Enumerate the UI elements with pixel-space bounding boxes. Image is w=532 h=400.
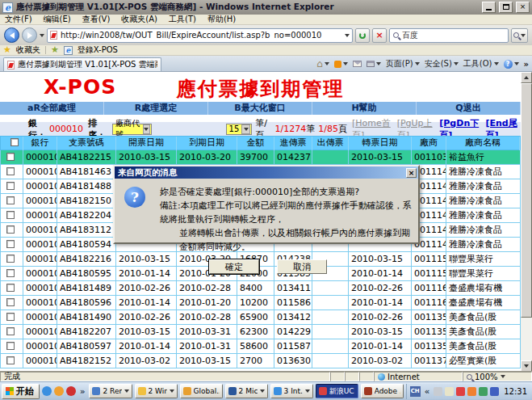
menu-item[interactable]: 收藏夹(A) [121,14,157,25]
tray-collapse-chevron[interactable]: « [423,387,431,396]
select-all-checkbox[interactable] [10,138,19,146]
checkbox-cell [1,310,23,324]
stop-icon: × [375,31,383,40]
taskbar-window-button[interactable]: 2 Rem... [89,384,132,398]
address-bar[interactable]: http://win2008/tw/OUT_Bill/ExpireAccount… [47,28,353,43]
quicklaunch-qq-icon[interactable] [66,386,76,396]
home-button[interactable]: ⌂ [316,60,329,68]
taskbar-window-button[interactable]: Adobe ... [361,384,404,398]
cell-vendor-number: 001135 [412,339,446,353]
row-checkbox[interactable] [6,153,15,161]
page-menu-item[interactable]: R處理選定 [104,102,208,115]
row-checkbox[interactable] [6,196,15,204]
page-menu-item[interactable]: Q退出 [417,102,521,115]
add-favorite-icon[interactable]: ★ [51,46,59,54]
back-button[interactable] [4,27,19,43]
cell-vendor-name: 臺盛農場有機 [446,281,521,295]
tray-help-icon[interactable] [445,387,454,396]
scroll-down-button[interactable] [521,360,532,372]
taskbar-window-button[interactable]: 2 Win... [135,384,178,398]
language-indicator[interactable]: CH [410,386,421,397]
help-button[interactable]: ? [504,60,519,69]
scroll-up-icon [524,76,529,79]
minimize-button[interactable] [482,2,496,13]
dialog-line3: 並將轉帳出會計傳票，以及相關銀行帳戶內的應付票據到期金額將同時減少。 [160,226,412,254]
page-menu-button[interactable]: 页面(P) [386,58,420,69]
cell-transfer-date: 2010-01-14 [349,339,412,353]
refresh-button[interactable] [355,28,370,43]
page-menu-item[interactable]: H幫助 [312,102,417,115]
print-button[interactable] [367,61,381,67]
row-checkbox[interactable] [6,342,15,350]
taskbar-window-button[interactable]: 3 Int... [270,384,313,398]
tray-printer-icon[interactable] [434,387,442,396]
menu-item[interactable]: 文件(F) [5,14,32,25]
row-checkbox[interactable] [6,327,15,335]
favorites-label[interactable]: 收藏夹 [16,44,40,56]
row-checkbox[interactable] [6,356,15,364]
row-checkbox[interactable] [6,182,15,190]
zoom-control[interactable]: 100% [463,372,532,381]
row-checkbox[interactable] [6,298,15,306]
row-checkbox[interactable] [6,284,15,292]
row-checkbox[interactable] [6,240,15,248]
start-button[interactable]: 开始 [2,384,40,399]
search-options-button[interactable] [511,28,528,43]
tray-network-icon[interactable] [490,387,499,396]
tray-update-icon[interactable] [467,387,476,396]
stop-button[interactable]: × [372,28,387,43]
taskbar-window-button[interactable]: 2 Mic... [225,384,268,398]
command-overflow-chevron[interactable]: » [524,60,529,69]
scrollbar-thumb[interactable] [521,83,532,318]
row-checkbox[interactable] [6,225,15,234]
forward-button[interactable] [22,27,37,43]
page-size-select[interactable]: 15 [226,124,253,135]
table-row[interactable]: 000010 AB4181489 2010-02-26 2010-02-28 8… [0,281,521,296]
table-row[interactable]: 000010 AB4180597 2010-01-14 2010-01-31 5… [0,339,521,354]
tools-menu-button[interactable]: 工具(O) [463,58,499,69]
taskbar-window-button[interactable]: Global... [180,384,223,398]
table-row[interactable]: 000010 AB4181490 2010-02-26 2010-02-28 6… [0,310,521,325]
favorite-link[interactable]: 登錄X-POS [77,44,118,56]
close-button[interactable]: × [516,2,530,13]
read-mail-button[interactable] [353,61,362,67]
tray-antivirus-icon[interactable] [479,387,488,396]
row-checkbox[interactable] [6,255,15,263]
table-row[interactable]: 000010 AB4182152 2010-03-02 2010-03-15 2… [0,354,521,368]
sort-select[interactable]: 廠商代號 [112,124,152,135]
menu-item[interactable]: 帮助(H) [207,14,236,25]
taskbar-window-button[interactable]: 新浪UC [316,384,358,398]
site-favicon-icon [50,31,57,40]
vertical-scrollbar[interactable] [521,72,532,372]
maximize-button[interactable] [499,2,513,13]
row-checkbox[interactable] [6,167,15,175]
page-menu-item[interactable]: aR全部處理 [0,102,104,115]
menu-item[interactable]: 查看(V) [82,14,111,25]
quicklaunch-messenger-icon[interactable] [54,386,64,396]
cell-vendor-number: 001116 [412,296,446,309]
table-row[interactable]: 000010 AB4182215 2010-03-15 2010-03-20 3… [0,150,521,165]
page-menu-item[interactable]: B最大化窗口 [208,102,312,115]
scroll-up-button[interactable] [521,72,532,83]
safety-menu-button[interactable]: 安全(S) [425,58,459,69]
url-text[interactable]: http://win2008/tw/OUT_Bill/ExpireAccount… [61,31,341,40]
address-dropdown-icon[interactable] [345,34,350,37]
webpage-message-dialog: 来自网页的消息 × ? 妳是否確定要處理[銀行:000010]全部的支票過期? … [113,165,420,244]
menu-item[interactable]: 工具(T) [169,14,196,25]
row-checkbox[interactable] [6,269,15,277]
ok-button[interactable]: 確定 [209,259,259,274]
cancel-button[interactable]: 取消 [277,259,327,274]
menu-item[interactable]: 编辑(E) [44,14,71,25]
row-checkbox[interactable] [6,313,15,321]
quicklaunch-ie-icon[interactable] [42,386,52,396]
tab-active[interactable]: 應付票據到期管理 V1.01[X-POS 雲端商務網] [3,57,161,71]
tray-im-icon[interactable] [456,387,465,396]
table-row[interactable]: 000010 AB4182207 2010-03-15 2010-03-31 6… [0,325,521,339]
row-checkbox[interactable] [6,211,15,219]
dialog-close-button[interactable]: × [406,168,417,178]
table-row[interactable]: 000010 AB4180596 2010-01-14 2010-01-20 1… [0,296,521,310]
history-dropdown-icon[interactable] [40,34,44,37]
quick-launch-overflow-chevron[interactable]: » [78,387,86,396]
search-box[interactable]: 百度 [389,28,509,43]
feeds-button[interactable] [334,61,348,68]
